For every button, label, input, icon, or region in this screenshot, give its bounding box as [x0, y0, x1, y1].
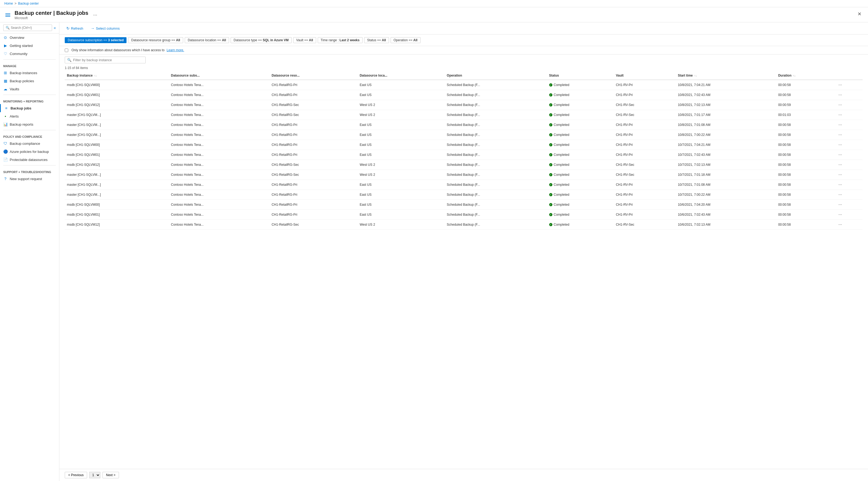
cell-datasource-reso: CH1-RetailRG-Sec [270, 170, 358, 180]
cell-datasource-subs: Contoso Hotels Tena... [169, 210, 270, 220]
filter-chip-operation[interactable]: Operation == All [391, 37, 421, 43]
prev-page-button[interactable]: < Previous [65, 472, 87, 478]
filter-bar: Datasource subscription == 3 selected Da… [59, 34, 868, 46]
status-label: Completed [554, 163, 569, 167]
learn-more-link[interactable]: Learn more. [167, 48, 184, 52]
header-titles: Backup center | Backup jobs Microsoft [14, 10, 88, 20]
filter-chip-status[interactable]: Status == All [364, 37, 389, 43]
getting-started-icon: ▶ [3, 43, 7, 48]
row-more-button[interactable]: ··· [837, 152, 843, 158]
sidebar-item-label: Azure policies for backup [10, 150, 49, 154]
page-header: Backup center | Backup jobs Microsoft ··… [0, 7, 868, 22]
cell-start-time: 10/7/2021, 7:04:21 AM [676, 140, 776, 150]
sidebar-item-backup-policies[interactable]: ▦ Backup policies [0, 77, 59, 85]
sidebar-item-vaults[interactable]: ☁ Vaults [0, 85, 59, 93]
sidebar-item-getting-started[interactable]: ▶ Getting started [0, 41, 59, 50]
sidebar-item-backup-compliance[interactable]: 🛡 Backup compliance [0, 139, 59, 148]
row-more-button[interactable]: ··· [837, 162, 843, 168]
col-backup-instance[interactable]: Backup instance ↑↓ [65, 71, 169, 80]
sidebar-item-backup-instances[interactable]: ⊞ Backup instances [0, 69, 59, 77]
col-vault[interactable]: Vault [614, 71, 676, 80]
sort-icon-duration: ↑↓ [793, 74, 796, 77]
sidebar-item-protectable-datasources[interactable]: 📄 Protectable datasources [0, 156, 59, 164]
col-datasource-loca[interactable]: Datasource loca... [358, 71, 444, 80]
azure-policies-icon: 🔵 [3, 149, 7, 154]
cell-backup-instance: msdb [CH1-SQLVM01] [65, 210, 169, 220]
filter-chip-vault[interactable]: Vault == All [293, 37, 316, 43]
sidebar-item-backup-jobs[interactable]: ≡ Backup jobs [0, 104, 59, 112]
status-dot: ✓ [549, 103, 552, 106]
sidebar-item-label: Backup jobs [10, 106, 31, 110]
access-checkbox[interactable] [65, 49, 68, 52]
status-dot: ✓ [549, 213, 552, 216]
cell-datasource-reso: CH1-RetailRG-Pri [270, 150, 358, 160]
sidebar-item-community[interactable]: ♡ Community [0, 50, 59, 58]
select-columns-button[interactable]: → Select columns [89, 25, 121, 32]
row-more-button[interactable]: ··· [837, 182, 843, 188]
col-datasource-subs[interactable]: Datasource subs... [169, 71, 270, 80]
row-more-button[interactable]: ··· [837, 192, 843, 198]
breadcrumb-current[interactable]: Backup center [18, 2, 39, 5]
cell-backup-instance: msdb [CH1-SQLVM12] [65, 100, 169, 110]
cell-duration: 00:01:03 [776, 110, 835, 120]
sidebar-item-alerts[interactable]: ▪ Alerts [0, 112, 59, 120]
backup-reports-icon: 📊 [3, 122, 7, 126]
cell-start-time: 10/7/2021, 7:02:43 AM [676, 150, 776, 160]
sidebar-item-azure-policies[interactable]: 🔵 Azure policies for backup [0, 148, 59, 156]
filter-chip-time-range[interactable]: Time range : Last 2 weeks [318, 37, 363, 43]
col-datasource-reso[interactable]: Datasource reso... [270, 71, 358, 80]
filter-chip-label: Datasource location == All [188, 38, 226, 42]
sidebar-search-input[interactable] [11, 26, 50, 30]
backup-jobs-table: Backup instance ↑↓ Datasource subs... Da… [65, 71, 863, 230]
sidebar-item-backup-reports[interactable]: 📊 Backup reports [0, 120, 59, 128]
col-status[interactable]: Status [547, 71, 614, 80]
sidebar-item-label: Community [10, 52, 28, 56]
cell-operation: Scheduled Backup (F... [444, 200, 547, 210]
sidebar-item-overview[interactable]: ⊙ Overview [0, 33, 59, 41]
access-checkbox-label: Only show information about datasources … [71, 48, 164, 52]
row-more-button[interactable]: ··· [837, 102, 843, 108]
cell-vault: CH1-RV-Sec [614, 170, 676, 180]
hamburger-menu[interactable] [4, 12, 11, 18]
col-start-time[interactable]: Start time ↑↓ [676, 71, 776, 80]
row-more-button[interactable]: ··· [837, 222, 843, 228]
col-duration[interactable]: Duration ↑↓ [776, 71, 835, 80]
monitoring-section-label: Monitoring + reporting [0, 97, 59, 104]
row-more-button[interactable]: ··· [837, 82, 843, 88]
table-row: msdb [CH1-SQLVM01] Contoso Hotels Tena..… [65, 150, 863, 160]
refresh-label: Refresh [71, 26, 83, 30]
close-button[interactable]: ✕ [855, 10, 864, 18]
cell-backup-instance: master [CH1-SQLVM...] [65, 110, 169, 120]
next-page-button[interactable]: Next > [102, 472, 119, 478]
status-label: Completed [554, 93, 569, 97]
filter-chip-type[interactable]: Datasource type == SQL in Azure VM [230, 37, 291, 43]
row-more-button[interactable]: ··· [837, 92, 843, 98]
filter-chip-resource-group[interactable]: Datasource resource group == All [128, 37, 183, 43]
row-more-button[interactable]: ··· [837, 112, 843, 118]
page-select[interactable]: 1 2 3 4 5 6 [89, 472, 100, 478]
row-more-button[interactable]: ··· [837, 122, 843, 128]
sidebar-item-new-support-request[interactable]: ? New support request [0, 175, 59, 183]
row-more-button[interactable]: ··· [837, 142, 843, 148]
cell-datasource-loca: East US [358, 210, 444, 220]
table-row: msdb [CH1-SQLVM00] Contoso Hotels Tena..… [65, 140, 863, 150]
cell-backup-instance: msdb [CH1-SQLVM12] [65, 160, 169, 170]
row-more-button[interactable]: ··· [837, 212, 843, 218]
sidebar: 🔍 « ⊙ Overview ▶ Getting started ♡ Commu… [0, 22, 59, 481]
cell-datasource-loca: West US 2 [358, 110, 444, 120]
refresh-button[interactable]: ↻ Refresh [65, 25, 85, 32]
row-more-button[interactable]: ··· [837, 202, 843, 207]
row-more-button[interactable]: ··· [837, 172, 843, 178]
more-options-button[interactable]: ··· [91, 11, 99, 19]
row-more-button[interactable]: ··· [837, 132, 843, 138]
cell-vault: CH1-RV-Pri [614, 200, 676, 210]
sidebar-collapse-button[interactable]: « [54, 26, 56, 30]
col-operation[interactable]: Operation [444, 71, 547, 80]
filter-chip-location[interactable]: Datasource location == All [185, 37, 229, 43]
cell-backup-instance: master [CH1-SQLVM...] [65, 180, 169, 190]
cell-status: ✓ Completed [547, 200, 614, 210]
breadcrumb-home[interactable]: Home [4, 2, 13, 5]
search-icon: 🔍 [67, 58, 71, 62]
filter-chip-subscription[interactable]: Datasource subscription == 3 selected [65, 37, 126, 43]
backup-instance-search-input[interactable] [73, 58, 143, 62]
